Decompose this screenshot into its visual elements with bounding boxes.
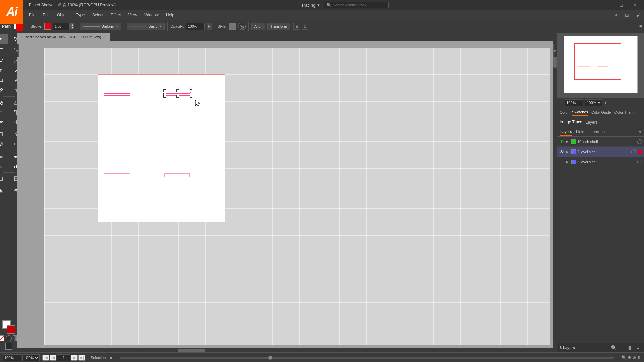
eraser-tool[interactable] — [9, 85, 18, 95]
pencil-tool[interactable] — [0, 85, 8, 95]
pen-tool[interactable] — [0, 56, 8, 66]
search-stock[interactable]: 🔍 — [324, 2, 389, 8]
transform-icon2[interactable]: ⊠ — [302, 23, 308, 30]
none-swatch[interactable] — [0, 335, 4, 341]
type-tool[interactable]: T — [0, 66, 8, 75]
stroke-color-box[interactable] — [7, 325, 15, 334]
curvature-tool[interactable] — [9, 56, 18, 66]
tab-color-them[interactable]: Color Them — [614, 109, 634, 116]
cc-icon[interactable]: St — [611, 11, 620, 19]
zoom-in-btn[interactable]: + — [604, 100, 607, 105]
status-zoom-select[interactable]: 100% — [22, 354, 40, 361]
layer-options-btn[interactable]: ≡ — [635, 344, 641, 351]
free-transform-tool[interactable] — [0, 130, 8, 139]
layer-item[interactable]: 👁 ▶ 3 level side — [557, 157, 644, 167]
selection-handle[interactable] — [163, 89, 166, 92]
transform-button[interactable]: Transform — [267, 23, 290, 30]
symbol-sprayer-tool[interactable] — [0, 162, 8, 171]
hand-tool[interactable] — [0, 186, 8, 196]
opacity-input[interactable] — [186, 23, 205, 30]
left-panel-collapse[interactable]: ◀ — [15, 44, 19, 57]
line-tool[interactable] — [9, 66, 18, 75]
measure-tool[interactable] — [9, 139, 18, 149]
layer-expand-icon[interactable]: ▶ — [566, 140, 570, 143]
doc-tab-active[interactable]: Fused Shelves.ai* @ 100% (RGB/GPU Previe… — [17, 33, 110, 41]
minimize-button[interactable]: ─ — [601, 0, 614, 10]
selection-handle[interactable] — [190, 89, 192, 92]
width-tool[interactable] — [9, 117, 18, 127]
paintbrush-tool[interactable] — [9, 76, 18, 85]
first-artboard-btn[interactable]: |◀ — [42, 355, 49, 361]
h-scroll-thumb[interactable] — [178, 349, 205, 352]
tab-color-guide[interactable]: Color Guide — [591, 109, 611, 116]
v-scrollbar[interactable] — [553, 41, 557, 352]
zoom-tool[interactable] — [9, 186, 18, 196]
subtab-layers[interactable]: Layers — [560, 128, 572, 136]
selection-handle[interactable] — [163, 95, 166, 98]
status-search-btn[interactable]: 🔍 — [621, 355, 626, 360]
align-button[interactable]: Align — [251, 23, 265, 30]
basic-dropdown[interactable]: Basic ▼ — [127, 23, 165, 30]
selection-handle[interactable] — [176, 89, 179, 92]
subtab-links[interactable]: Links — [576, 128, 585, 136]
menu-help[interactable]: Help — [163, 11, 178, 19]
rotate-tool[interactable] — [0, 108, 8, 117]
layer-item[interactable]: 👁 ▶ 10 inch shelf — [557, 137, 644, 147]
menu-edit[interactable]: Edit — [39, 11, 53, 19]
slider-thumb[interactable] — [268, 356, 272, 360]
menu-select[interactable]: Select — [89, 11, 107, 19]
direct-selection-tool[interactable] — [9, 34, 18, 44]
tab-swatches[interactable]: Swatches — [572, 109, 588, 116]
brush-icon[interactable]: 🖌 — [634, 11, 643, 19]
delete-layer-btn[interactable]: 🗑 — [627, 344, 633, 351]
menu-effect[interactable]: Effect — [107, 11, 124, 19]
layer-visibility-icon[interactable]: 👁 — [559, 149, 565, 155]
opacity-slider-btn[interactable]: ▶ — [207, 23, 212, 30]
layer-visibility-icon[interactable]: 👁 — [559, 159, 565, 165]
library-icon[interactable]: ⊞ — [623, 11, 631, 19]
bar-chart-tool[interactable] — [9, 162, 18, 171]
selection-handle[interactable] — [176, 95, 179, 98]
layers-panel-more[interactable]: » — [639, 120, 641, 125]
last-artboard-btn[interactable]: ▶| — [78, 355, 85, 361]
transform-icon1[interactable]: ⊞ — [293, 23, 300, 30]
status-settings-btn[interactable]: ⚙ — [628, 355, 631, 360]
layer-visibility-icon[interactable]: 👁 — [559, 139, 565, 144]
zoom-out-btn[interactable]: − — [560, 100, 562, 105]
menu-object[interactable]: Object — [54, 11, 72, 19]
shapebuilder-tool[interactable] — [0, 98, 8, 107]
new-layer-btn[interactable]: + — [619, 344, 625, 351]
gradient-indicator[interactable] — [13, 335, 18, 341]
tab-image-trace[interactable]: Image Trace — [560, 118, 582, 126]
selection-handle[interactable] — [190, 95, 192, 98]
rect-tool[interactable] — [0, 76, 8, 85]
layers-sub-more[interactable]: » — [639, 130, 641, 134]
stroke-type-dropdown[interactable]: Uniform ▼ — [80, 23, 121, 30]
magic-wand-tool[interactable] — [0, 44, 8, 53]
layer-expand-icon[interactable]: ▶ — [566, 160, 570, 164]
layer-expand-icon[interactable]: ▶ — [566, 150, 570, 154]
close-button[interactable]: ✕ — [628, 0, 641, 10]
menu-file[interactable]: File — [25, 11, 39, 19]
canvas-area[interactable] — [17, 41, 557, 352]
search-layers-btn[interactable]: 🔍 — [610, 344, 617, 351]
gradient-tool[interactable] — [0, 152, 8, 161]
h-scrollbar[interactable] — [17, 348, 553, 352]
color-panel-more[interactable]: » — [639, 110, 641, 115]
stroke-down-arrow[interactable]: ▼ — [70, 26, 74, 29]
next-artboard-btn[interactable]: ▶ — [71, 355, 78, 361]
layer-target-circle[interactable] — [637, 139, 642, 144]
stroke-color-swatch[interactable] — [44, 23, 51, 30]
status-share-btn[interactable]: ⊕ — [633, 355, 636, 360]
fit-icon[interactable]: ⛶ — [637, 100, 641, 105]
right-panel-collapse[interactable]: ▶ — [553, 44, 557, 57]
zoom-input[interactable]: 100% — [565, 99, 583, 106]
status-trash-btn[interactable]: 🗑 — [637, 355, 641, 360]
menu-type[interactable]: Type — [73, 11, 88, 19]
normal-swatch[interactable] — [5, 343, 12, 350]
menu-view[interactable]: View — [125, 11, 141, 19]
tracing-dropdown[interactable]: Tracing ▼ — [301, 3, 320, 8]
layer-target-circle[interactable] — [631, 149, 636, 154]
scale-tool[interactable] — [9, 108, 18, 117]
subtab-libraries[interactable]: Libraries — [589, 128, 605, 136]
